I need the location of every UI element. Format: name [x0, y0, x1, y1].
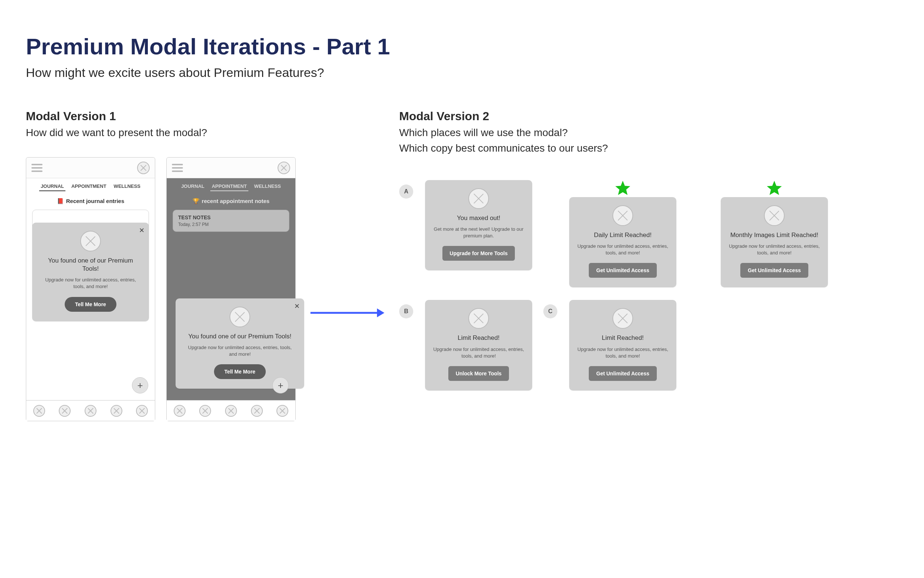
phone-mock-dark: JOURNAL APPOINTMENT WELLNESS 🏆recent app…	[166, 157, 296, 421]
entries-heading-text: recent appointment notes	[202, 198, 269, 204]
arrow-icon	[311, 305, 384, 322]
upgrade-button[interactable]: Get Unlimited Access	[740, 263, 808, 278]
v1-subheading: How did we want to present the modal?	[26, 127, 296, 139]
upgrade-button[interactable]: Get Unlimited Access	[589, 366, 656, 381]
v2-section: Modal Version 2 Which places will we use…	[399, 109, 898, 391]
v1-section: Modal Version 1 How did we want to prese…	[26, 109, 296, 421]
tab-appointment[interactable]: APPOINTMENT	[212, 183, 247, 191]
nav-icon[interactable]	[251, 405, 263, 417]
modal-title: Monthly Images Limit Reached!	[730, 231, 818, 239]
trophy-icon: 🏆	[193, 198, 200, 204]
entries-heading: 🏆recent appointment notes	[167, 198, 295, 205]
modal-title: Daily Limit Reached!	[594, 231, 652, 239]
modal-card-a3: Monthly Images Limit Reached! Upgrade no…	[721, 197, 828, 287]
entries-heading-text: Recent journal entries	[66, 198, 125, 204]
appointment-note-card[interactable]: TEST NOTES Today, 2:57 PM	[173, 209, 290, 232]
modal-body: Upgrade now for unlimited access, entrie…	[184, 344, 296, 357]
nav-icon[interactable]	[59, 405, 71, 417]
add-button[interactable]: +	[272, 377, 289, 393]
modal-body: Upgrade now for unlimited access, entrie…	[577, 346, 668, 359]
modal-card-a2-wrap: Daily Limit Reached! Upgrade now for unl…	[569, 180, 676, 287]
nav-icon[interactable]	[277, 405, 288, 417]
entries-heading: 📕Recent journal entries	[26, 198, 155, 205]
upgrade-button[interactable]: Get Unlimited Access	[589, 263, 656, 278]
placeholder-icon	[612, 308, 633, 329]
bottom-nav	[26, 400, 155, 421]
modal-title: You found one of our Premium Tools!	[40, 257, 141, 273]
menu-icon[interactable]	[31, 164, 42, 172]
placeholder-icon	[764, 205, 785, 226]
upgrade-button[interactable]: Upgrade for More Tools	[442, 246, 515, 261]
modal-card-c1: Limit Reached! Upgrade now for unlimited…	[569, 300, 676, 390]
modal-card-a3-wrap: Monthly Images Limit Reached! Upgrade no…	[721, 180, 828, 287]
nav-icon[interactable]	[225, 405, 237, 417]
menu-icon[interactable]	[172, 164, 183, 172]
book-icon: 📕	[57, 198, 64, 204]
close-icon[interactable]: ✕	[294, 302, 300, 310]
bottom-nav	[167, 400, 295, 421]
tab-journal[interactable]: JOURNAL	[40, 183, 64, 191]
tab-journal[interactable]: JOURNAL	[181, 183, 204, 191]
placeholder-icon	[80, 231, 101, 252]
placeholder-icon	[278, 162, 290, 174]
placeholder-icon	[468, 308, 489, 329]
placeholder-icon	[468, 188, 489, 209]
modal-card-a2: Daily Limit Reached! Upgrade now for unl…	[569, 197, 676, 287]
modal-card-b1: Limit Reached! Upgrade now for unlimited…	[425, 300, 532, 390]
modal-card-a1: You maxed out! Get more at the next leve…	[425, 180, 532, 270]
modal-body: Get more at the next level! Upgrade to o…	[433, 226, 524, 239]
nav-icon[interactable]	[174, 405, 186, 417]
add-button[interactable]: +	[132, 377, 148, 393]
modal-body: Upgrade now for unlimited access, entrie…	[729, 243, 820, 256]
upgrade-button[interactable]: Unlock More Tools	[448, 366, 509, 381]
svg-marker-3	[767, 181, 782, 195]
note-title: TEST NOTES	[178, 214, 284, 221]
placeholder-icon	[230, 307, 250, 327]
modal-body: Upgrade now for unlimited access, entrie…	[433, 346, 524, 359]
placeholder-icon	[612, 205, 633, 226]
svg-marker-2	[615, 181, 630, 195]
modal-title: You maxed out!	[457, 214, 500, 222]
tab-wellness[interactable]: WELLNESS	[254, 183, 281, 191]
v1-heading: Modal Version 1	[26, 109, 296, 123]
nav-icon[interactable]	[85, 405, 97, 417]
modal-title: Limit Reached!	[602, 334, 644, 342]
tell-me-more-button[interactable]: Tell Me More	[214, 364, 266, 379]
nav-icon[interactable]	[136, 405, 148, 417]
page-subtitle: How might we excite users about Premium …	[26, 65, 898, 80]
phone-mock-light: JOURNAL APPOINTMENT WELLNESS 📕Recent jou…	[26, 157, 155, 421]
star-icon	[766, 180, 782, 196]
nav-icon[interactable]	[199, 405, 211, 417]
v2-subheading-1: Which places will we use the modal?	[399, 127, 898, 139]
modal-body: Upgrade now for unlimited access, entrie…	[577, 243, 668, 256]
placeholder-icon	[137, 162, 150, 174]
note-date: Today, 2:57 PM	[178, 222, 284, 227]
v2-heading: Modal Version 2	[399, 109, 898, 123]
premium-modal: ✕ You found one of our Premium Tools! Up…	[32, 222, 149, 321]
svg-marker-1	[377, 308, 384, 317]
tab-appointment[interactable]: APPOINTMENT	[71, 183, 107, 191]
close-icon[interactable]: ✕	[139, 226, 144, 234]
v2-subheading-2: Which copy best communicates to our user…	[399, 142, 898, 154]
modal-body: Upgrade now for unlimited access, entrie…	[40, 277, 141, 290]
star-icon	[615, 180, 631, 196]
tell-me-more-button[interactable]: Tell Me More	[65, 297, 117, 312]
tab-wellness[interactable]: WELLNESS	[114, 183, 141, 191]
variant-badge-b: B	[399, 304, 413, 318]
variant-badge-a: A	[399, 185, 413, 198]
premium-modal: ✕ You found one of our Premium Tools! Up…	[176, 299, 304, 389]
nav-icon[interactable]	[33, 405, 45, 417]
page-title: Premium Modal Iterations - Part 1	[26, 33, 898, 60]
modal-title: Limit Reached!	[458, 334, 499, 342]
nav-icon[interactable]	[110, 405, 122, 417]
modal-title: You found one of our Premium Tools!	[188, 333, 291, 341]
variant-badge-c: C	[543, 304, 557, 318]
